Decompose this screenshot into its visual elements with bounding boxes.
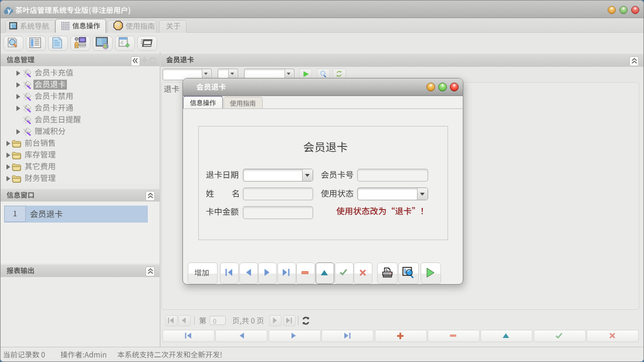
svg-text:?: ? xyxy=(116,22,120,29)
